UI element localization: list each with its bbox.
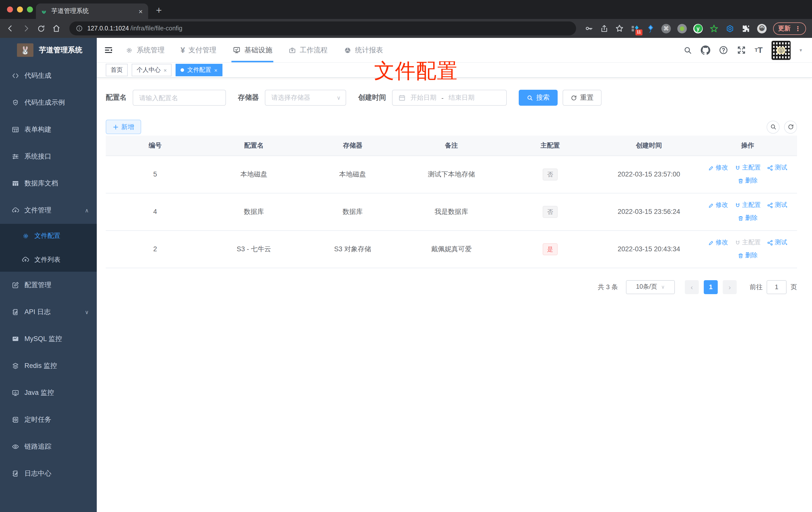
- sidebar-item-db-doc[interactable]: 数据库文档: [0, 170, 97, 197]
- doc-edit-icon: [11, 308, 20, 316]
- col-name: 配置名: [204, 135, 303, 155]
- topnav-item-workflow[interactable]: 工作流程: [288, 38, 328, 62]
- extension-grid-badge-icon[interactable]: 11: [631, 24, 640, 33]
- sidebar-logo-row[interactable]: 🐰 芋道管理系统: [0, 38, 97, 59]
- goto-page-input[interactable]: [766, 280, 787, 294]
- url-bar[interactable]: 127.0.0.1:1024/infra/file/file-config: [69, 22, 576, 35]
- extension-emoji-icon[interactable]: 😀: [757, 24, 766, 33]
- delete-link[interactable]: 删除: [738, 251, 758, 260]
- extensions-puzzle-icon[interactable]: [741, 24, 751, 33]
- col-actions: 操作: [698, 135, 797, 155]
- browser-tab[interactable]: 芋道管理系统 ×: [36, 3, 148, 19]
- reset-button[interactable]: 重置: [562, 90, 602, 106]
- cell-id: 2: [106, 230, 204, 268]
- update-label: 更新: [778, 24, 790, 33]
- delete-link[interactable]: 删除: [738, 177, 758, 185]
- help-icon[interactable]: [719, 46, 728, 55]
- prev-page-button[interactable]: ‹: [685, 280, 699, 294]
- sidebar-item-api-log[interactable]: API 日志 ∨: [0, 299, 97, 326]
- sidebar-item-scheduled-jobs[interactable]: 定时任务: [0, 406, 97, 433]
- sidebar-item-tracing[interactable]: 链路追踪: [0, 433, 97, 460]
- test-link[interactable]: 测试: [767, 201, 787, 209]
- sidebar-item-log-center[interactable]: 日志中心: [0, 460, 97, 487]
- zoom-window-button[interactable]: [27, 6, 33, 12]
- sidebar-collapse-icon[interactable]: [104, 46, 113, 55]
- sidebar-item-mysql-monitor[interactable]: MySQL 监控: [0, 326, 97, 353]
- col-master: 主配置: [501, 135, 600, 155]
- browser-update-button[interactable]: 更新 ⋮: [773, 22, 806, 35]
- extension-y-icon[interactable]: y: [693, 24, 703, 33]
- extension-eye-icon[interactable]: [725, 24, 735, 33]
- site-info-icon[interactable]: [76, 25, 83, 32]
- extension-star-icon[interactable]: [709, 24, 719, 33]
- sidebar-item-code-gen[interactable]: 代码生成: [0, 62, 97, 89]
- sidebar-item-file-manage[interactable]: 文件管理 ∧: [0, 197, 97, 224]
- fullscreen-icon[interactable]: [737, 46, 746, 55]
- github-icon[interactable]: [701, 46, 710, 55]
- extension-command-icon[interactable]: ⌘: [661, 24, 671, 33]
- tab-close-icon[interactable]: ×: [138, 7, 144, 15]
- add-button[interactable]: 新增: [106, 120, 141, 134]
- close-icon[interactable]: ×: [214, 67, 218, 73]
- sidebar-item-file-list[interactable]: 文件列表: [0, 248, 97, 272]
- topnav-item-system[interactable]: 系统管理: [125, 38, 165, 62]
- sidebar-item-system-api[interactable]: 系统接口: [0, 143, 97, 170]
- reload-icon[interactable]: [37, 24, 46, 33]
- date-range-picker[interactable]: 开始日期 - 结束日期: [392, 90, 507, 106]
- edit-link[interactable]: 修改: [708, 163, 728, 172]
- name-input[interactable]: [133, 90, 226, 106]
- refresh-table-button[interactable]: [784, 120, 797, 133]
- edit-link[interactable]: 修改: [708, 238, 728, 247]
- current-page-button[interactable]: 1: [704, 280, 718, 294]
- storage-select[interactable]: 请选择存储器 ∨: [265, 90, 346, 106]
- bookmark-star-icon[interactable]: [615, 24, 624, 33]
- topnav-item-report[interactable]: 统计报表: [344, 38, 383, 62]
- extension-green-dot-icon[interactable]: [677, 24, 687, 33]
- sidebar-item-code-gen-demo[interactable]: 代码生成示例: [0, 89, 97, 116]
- sidebar-item-redis-monitor[interactable]: Redis 监控: [0, 353, 97, 380]
- share-nodes-icon: [767, 240, 773, 245]
- close-icon[interactable]: ×: [164, 67, 167, 73]
- monitor-chart-icon: [11, 335, 20, 343]
- share-icon[interactable]: [600, 24, 609, 33]
- master-link[interactable]: 主配置: [735, 201, 761, 209]
- sidebar-item-config-manage[interactable]: 配置管理: [0, 272, 97, 299]
- tag-tab-home[interactable]: 首页: [106, 64, 128, 76]
- sidebar-item-file-config[interactable]: 文件配置: [0, 224, 97, 248]
- tag-tab-profile[interactable]: 个人中心 ×: [132, 64, 172, 76]
- test-link[interactable]: 测试: [767, 238, 787, 247]
- search-icon[interactable]: [683, 46, 692, 55]
- back-icon[interactable]: [6, 24, 15, 33]
- forward-icon[interactable]: [22, 24, 30, 33]
- tag-tab-file-config[interactable]: 文件配置 ×: [176, 64, 223, 76]
- master-link[interactable]: 主配置: [735, 163, 761, 172]
- browser-menu-kebab-icon[interactable]: ⋮: [794, 25, 801, 32]
- page-size-select[interactable]: 10条/页 ∨: [626, 280, 675, 294]
- close-window-button[interactable]: [7, 6, 13, 12]
- sidebar-item-form-builder[interactable]: 表单构建: [0, 116, 97, 143]
- test-link[interactable]: 测试: [767, 163, 787, 172]
- topnav-item-payment[interactable]: ¥ 支付管理: [180, 38, 216, 62]
- show-search-button[interactable]: [766, 120, 780, 133]
- edit-link[interactable]: 修改: [708, 201, 728, 209]
- avatar-caret-down-icon[interactable]: ▾: [800, 48, 802, 53]
- col-id: 编号: [106, 135, 204, 155]
- storage-placeholder: 请选择存储器: [271, 93, 337, 102]
- password-key-icon[interactable]: [585, 24, 593, 33]
- cell-storage: 数据库: [303, 193, 402, 230]
- shield-check-icon: [11, 99, 20, 107]
- col-storage: 存储器: [303, 135, 402, 155]
- sidebar-item-java-monitor[interactable]: Java 监控: [0, 380, 97, 406]
- top-nav: 系统管理 ¥ 支付管理 基础设施 工作流程: [125, 38, 383, 62]
- extension-kite-icon[interactable]: [646, 24, 655, 33]
- delete-link[interactable]: 删除: [738, 214, 758, 222]
- home-icon[interactable]: [52, 24, 61, 33]
- search-button[interactable]: 搜索: [519, 90, 558, 106]
- avatar[interactable]: 😝: [771, 40, 791, 60]
- font-size-icon[interactable]: TT: [755, 46, 763, 55]
- next-page-button[interactable]: ›: [723, 280, 737, 294]
- minimize-window-button[interactable]: [17, 6, 23, 12]
- pencil-icon: [708, 202, 714, 208]
- new-tab-button[interactable]: ＋: [154, 3, 164, 17]
- topnav-item-infrastructure[interactable]: 基础设施: [232, 38, 272, 62]
